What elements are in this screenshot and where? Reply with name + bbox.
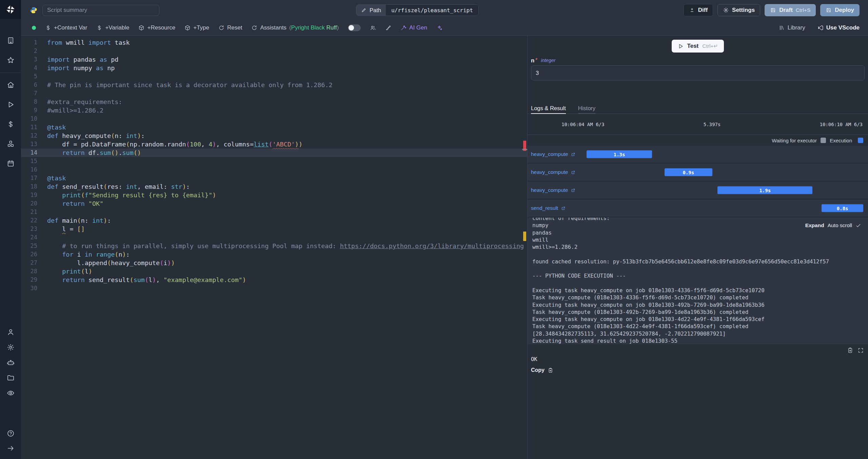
code-line[interactable]: 21 — [21, 208, 527, 216]
sidebar-item-folder[interactable] — [0, 370, 21, 385]
sidebar-item-robot[interactable] — [0, 355, 21, 370]
sidebar-item-user[interactable] — [0, 324, 21, 340]
path-chip[interactable]: Path u/rfiszel/pleasant_script — [356, 4, 479, 16]
code-token: ) — [242, 276, 246, 283]
sidebar-item-star[interactable] — [0, 50, 21, 70]
expand-result-icon[interactable] — [857, 347, 864, 354]
code-line[interactable]: 19 print(f"Sending result {res} to {emai… — [21, 191, 527, 199]
path-edit[interactable]: Path — [356, 5, 386, 16]
task-link-heavy_compute[interactable]: heavy_compute — [531, 151, 576, 157]
sidebar-item-gear[interactable] — [0, 340, 21, 355]
settings-button[interactable]: Settings — [717, 4, 760, 16]
arg-n-input[interactable] — [531, 65, 865, 80]
code-line[interactable]: 18def send_result(res: int, email: str): — [21, 182, 527, 191]
execution-bar[interactable]: 1.9s — [717, 186, 812, 194]
script-summary-input[interactable] — [42, 5, 159, 16]
code-text: def main(n: int): — [47, 216, 111, 225]
code-token: np.random.randn — [130, 141, 186, 148]
code-line[interactable]: 16 — [21, 165, 527, 174]
sidebar-item-eye[interactable] — [0, 385, 21, 401]
add-resource-button[interactable]: +Resource — [138, 24, 175, 31]
code-line[interactable]: 20 return "OK" — [21, 199, 527, 208]
assistants-button[interactable]: Assistants (Pyright Black Ruff) — [251, 24, 339, 31]
deploy-button[interactable]: Deploy — [820, 4, 860, 16]
code-line[interactable]: 12def heavy_compute(n: int): — [21, 132, 527, 140]
test-button[interactable]: Test Ctrl+↵ — [672, 40, 724, 53]
code-line[interactable]: 7 — [21, 89, 527, 98]
legend-execution-swatch — [858, 138, 863, 143]
test-shortcut: Ctrl+↵ — [702, 43, 718, 49]
code-line[interactable]: 28 print(l) — [21, 267, 527, 276]
execution-bar[interactable]: 0.8s — [822, 204, 863, 212]
code-line[interactable]: 15 — [21, 157, 527, 165]
task-link-send_result[interactable]: send_result — [531, 205, 566, 211]
line-number: 20 — [21, 199, 37, 208]
code-line[interactable]: 5 — [21, 72, 527, 81]
code-line[interactable]: 8#extra_requirements: — [21, 98, 527, 106]
warning-marker — [523, 232, 526, 241]
code-line[interactable]: 17@task — [21, 174, 527, 182]
add-context-var-button[interactable]: +Context Var — [45, 24, 87, 31]
code-token: ( — [145, 276, 149, 283]
sidebar-item-dollar[interactable] — [0, 114, 21, 134]
logs-viewer[interactable]: content of requirements:numpypandaswmill… — [528, 218, 868, 344]
copy-result-icon[interactable] — [847, 347, 853, 354]
code-line[interactable]: 22def main(n: int): — [21, 216, 527, 225]
tab-logs-result[interactable]: Logs & Result — [531, 103, 566, 114]
add-type-button[interactable]: +Type — [184, 24, 209, 31]
code-line[interactable]: 13 df = pd.DataFrame(np.random.randn(100… — [21, 140, 527, 148]
format-button[interactable] — [385, 25, 391, 31]
code-line[interactable]: 14 return df.sum().sum() — [21, 148, 527, 157]
code-token: ( — [77, 217, 81, 224]
cursor-marker — [522, 149, 527, 150]
windmill-logo[interactable] — [0, 0, 21, 19]
code-line[interactable]: 25 # to run things in parallel, simply u… — [21, 242, 527, 250]
expand-logs-button[interactable]: Expand — [805, 222, 824, 228]
code-line[interactable]: 9#wmill>=1.286.2 — [21, 106, 527, 115]
assistant-toggle[interactable] — [348, 24, 361, 31]
editor-toolbar: +Context Var +Variable +Resource +Type R… — [21, 20, 868, 36]
code-line[interactable]: 2 — [21, 47, 527, 55]
execution-bar[interactable]: 0.9s — [665, 168, 713, 176]
execution-bar[interactable]: 1.3s — [587, 151, 652, 158]
task-link-heavy_compute[interactable]: heavy_compute — [531, 169, 576, 175]
code-line[interactable]: 26 for i in range(n): — [21, 250, 527, 259]
code-text: @task — [47, 123, 66, 132]
sidebar-item-home[interactable] — [0, 75, 21, 95]
tab-history[interactable]: History — [578, 103, 595, 114]
code-token — [47, 268, 62, 275]
code-line[interactable]: 10 — [21, 115, 527, 123]
sidebar-item-help[interactable] — [0, 426, 21, 441]
add-variable-button[interactable]: +Variable — [96, 24, 129, 31]
task-link-heavy_compute[interactable]: heavy_compute — [531, 187, 576, 193]
save-draft-button[interactable]: Draft Ctrl+S — [765, 4, 816, 16]
sidebar-item-arrow-right[interactable] — [0, 441, 21, 456]
use-vscode-button[interactable]: Use VScode — [817, 24, 860, 31]
code-line[interactable]: 11@task — [21, 123, 527, 132]
code-line[interactable]: 4import numpy as np — [21, 64, 527, 72]
code-line[interactable]: 24 — [21, 233, 527, 242]
code-line[interactable]: 29 return send_result(sum(l), "example@e… — [21, 276, 527, 284]
sidebar-item-play[interactable] — [0, 95, 21, 114]
copy-button[interactable]: Copy — [531, 367, 553, 373]
code-line[interactable]: 30 — [21, 284, 527, 293]
external-link-icon — [571, 152, 576, 157]
sidebar-item-calendar[interactable] — [0, 154, 21, 173]
diff-button[interactable]: Diff — [684, 4, 713, 16]
code-line[interactable]: 1from wmill import task — [21, 38, 527, 47]
code-editor[interactable]: 1from wmill import task23import pandas a… — [21, 36, 527, 459]
code-line[interactable]: 23 l = [] — [21, 225, 527, 233]
ai-sparkles-button[interactable] — [436, 25, 442, 31]
reset-button[interactable]: Reset — [218, 24, 242, 31]
sidebar-item-building[interactable] — [0, 31, 21, 50]
code-line[interactable]: 27 l.append(heavy_compute(i)) — [21, 259, 527, 267]
code-line[interactable]: 3import pandas as pd — [21, 55, 527, 64]
start-time: 10:06:04 AM 6/3 — [561, 122, 604, 127]
sidebar-item-cubes[interactable] — [0, 134, 21, 154]
ai-gen-button[interactable]: AI Gen — [400, 24, 427, 31]
code-token: ) — [212, 141, 216, 148]
code-line[interactable]: 6# The pin is important since task is a … — [21, 81, 527, 89]
autoscroll-label[interactable]: Auto scroll — [828, 222, 852, 228]
multiplayer-button[interactable] — [370, 25, 376, 31]
library-button[interactable]: Library — [779, 24, 805, 31]
